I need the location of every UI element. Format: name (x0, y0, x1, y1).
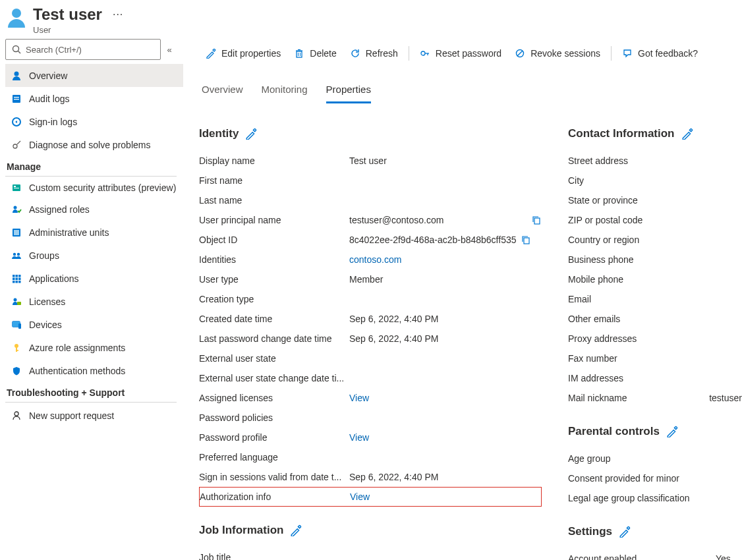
prop-display-name-value: Test user (349, 155, 542, 166)
prop-oid-value: 8c4022ee-2f9d-468a-ac2b-b848b6cff535 (349, 235, 517, 245)
edit-identity-button[interactable] (245, 128, 257, 140)
prop-pw-profile-label: Password profile (199, 432, 349, 443)
sidebar-item-azure-roles[interactable]: Azure role assignments (5, 336, 183, 359)
prop-country-label: Country or region (568, 235, 716, 245)
apps-icon (11, 273, 22, 285)
sidebar-item-licenses[interactable]: Licenses (5, 290, 183, 313)
prop-mailnick-label: Mail nickname (568, 393, 709, 403)
sidebar-item-label: Authentication methods (29, 366, 125, 376)
sidebar-item-label: Diagnose and solve problems (29, 140, 150, 150)
view-authorization-info-link[interactable]: View (350, 491, 541, 502)
toolbar-separator (611, 46, 612, 61)
prop-first-name-label: First name (199, 175, 349, 186)
sidebar-item-admin-units[interactable]: Administrative units (5, 221, 183, 244)
edit-contact-button[interactable] (681, 128, 693, 140)
edit-properties-button[interactable]: Edit properties (199, 43, 287, 64)
prop-oid-label: Object ID (199, 235, 349, 245)
sidebar-item-groups[interactable]: Groups (5, 244, 183, 267)
section-parental: Parental controls (568, 425, 742, 438)
prop-age-label: Age group (568, 453, 716, 464)
delete-button[interactable]: Delete (287, 43, 343, 64)
edit-parental-button[interactable] (666, 426, 678, 437)
section-title: Parental controls (568, 425, 660, 438)
sidebar-item-label: Groups (29, 250, 59, 261)
edit-icon (206, 48, 216, 59)
revoke-icon (515, 48, 525, 59)
prop-acct-enabled-label: Account enabled (568, 553, 716, 560)
edit-job-button[interactable] (290, 524, 302, 536)
collapse-sidebar-button[interactable]: « (161, 45, 178, 55)
prop-last-name-label: Last name (199, 195, 349, 206)
tool-label: Refresh (366, 48, 398, 59)
toolbar-separator (409, 46, 409, 61)
prop-zip-label: ZIP or postal code (568, 215, 716, 225)
roles-icon (11, 204, 22, 215)
sidebar-item-auth-methods[interactable]: Authentication methods (5, 359, 183, 382)
signin-icon (11, 116, 22, 128)
page-subtitle: User (33, 25, 123, 35)
sidebar-item-label: Administrative units (29, 227, 109, 238)
tool-label: Reset password (436, 48, 501, 59)
prop-identities-label: Identities (199, 254, 349, 265)
prop-identities-value[interactable]: contoso.com (349, 254, 542, 265)
tool-label: Revoke sessions (530, 48, 600, 59)
copy-oid-button[interactable] (521, 235, 531, 245)
revoke-sessions-button[interactable]: Revoke sessions (508, 43, 607, 64)
search-input[interactable]: Search (Ctrl+/) (5, 39, 161, 60)
section-title: Settings (568, 525, 612, 538)
sidebar-item-label: Assigned roles (29, 204, 90, 215)
prop-lastpw-value: Sep 6, 2022, 4:40 PM (349, 333, 542, 344)
sidebar-item-devices[interactable]: Devices (5, 313, 183, 336)
prop-creation-type-label: Creation type (199, 294, 349, 304)
prop-legal-label: Legal age group classification (568, 493, 716, 503)
sidebar-item-label: Azure role assignments (29, 343, 125, 353)
prop-display-name-label: Display name (199, 155, 349, 166)
reset-password-button[interactable]: Reset password (413, 43, 508, 64)
sidebar-item-new-support[interactable]: New support request (5, 404, 183, 427)
sidebar-item-audit-logs[interactable]: Audit logs (5, 87, 183, 110)
more-actions-button[interactable]: ··· (113, 9, 123, 20)
prop-user-type-label: User type (199, 274, 349, 285)
prop-created-value: Sep 6, 2022, 4:40 PM (349, 314, 542, 324)
sidebar-item-assigned-roles[interactable]: Assigned roles (5, 198, 183, 221)
prop-im-label: IM addresses (568, 373, 716, 383)
sidebar-item-diagnose[interactable]: Diagnose and solve problems (5, 133, 183, 156)
sidebar-item-custom-security[interactable]: Custom security attributes (preview) (5, 178, 183, 198)
section-title: Identity (199, 127, 239, 140)
tab-properties[interactable]: Properties (326, 80, 371, 103)
sidebar-item-overview[interactable]: Overview (5, 64, 183, 87)
key-icon (420, 48, 430, 59)
support-icon (11, 410, 22, 422)
prop-acct-enabled-value: Yes (716, 553, 742, 560)
page-title: Test user (33, 5, 102, 24)
prop-state-label: State or province (568, 195, 716, 206)
section-title: Job Information (199, 524, 283, 537)
copy-upn-button[interactable] (531, 215, 542, 225)
feedback-button[interactable]: Got feedback? (615, 43, 704, 64)
sidebar-item-label: Devices (29, 320, 62, 330)
tab-overview[interactable]: Overview (202, 80, 243, 103)
view-password-profile-link[interactable]: View (349, 432, 542, 443)
person-icon (11, 70, 22, 82)
sidebar-item-signin-logs[interactable]: Sign-in logs (5, 110, 183, 133)
prop-mphone-label: Mobile phone (568, 274, 716, 285)
view-assigned-licenses-link[interactable]: View (349, 393, 542, 403)
sidebar-item-label: New support request (29, 410, 114, 421)
book-icon (11, 93, 22, 105)
tab-monitoring[interactable]: Monitoring (262, 80, 308, 103)
search-placeholder: Search (Ctrl+/) (26, 45, 82, 55)
edit-settings-button[interactable] (619, 526, 631, 538)
sidebar-item-applications[interactable]: Applications (5, 267, 183, 290)
prop-upn-label: User principal name (199, 215, 349, 225)
sidebar-item-label: Sign-in logs (29, 117, 77, 127)
prop-upn-value: testuser@contoso.com (349, 215, 527, 225)
authorization-info-row-highlighted: Authorization info View (199, 487, 542, 507)
sidebar-item-label: Audit logs (29, 94, 69, 104)
prop-email-label: Email (568, 294, 716, 304)
sidebar-item-label: Applications (29, 273, 79, 284)
prop-user-type-value: Member (349, 274, 542, 285)
section-identity: Identity (199, 127, 542, 140)
prop-signin-valid-label: Sign in sessions valid from date t... (199, 472, 349, 482)
attributes-icon (11, 182, 22, 194)
refresh-button[interactable]: Refresh (343, 43, 405, 64)
